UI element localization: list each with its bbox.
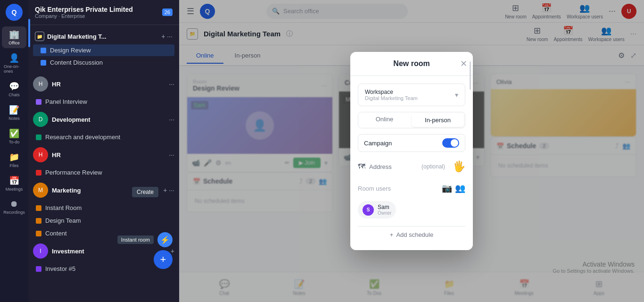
channel-dot <box>36 170 41 176</box>
more-workspace-icon[interactable]: ··· <box>167 33 173 40</box>
group-more-icon[interactable]: ··· <box>169 116 174 123</box>
channel-dot <box>41 48 46 53</box>
channel-content-discussion[interactable]: Content Discussion <box>33 57 174 68</box>
instant-room-tooltip: Instant room <box>117 235 154 244</box>
main-content: ☰ Q 🔍 Search office ⊞ New room 📅 Appoint… <box>179 0 644 302</box>
channel-research-dev[interactable]: Research and development <box>28 131 179 143</box>
add-users-icon[interactable]: 👥 <box>455 183 465 193</box>
instant-room-button[interactable]: ⚡ <box>157 232 173 247</box>
notes-icon: 📝 <box>9 105 19 115</box>
header-icons: 26 <box>162 8 173 16</box>
channel-design-team[interactable]: Design Team <box>28 215 179 226</box>
date-badge: 26 <box>162 8 173 16</box>
add-workspace-icon[interactable]: + <box>161 33 165 40</box>
room-users-row: Room users 📷 👥 <box>358 181 465 195</box>
channel-dot <box>41 60 46 66</box>
app-logo: Q <box>6 4 23 21</box>
nav-office-label: Office <box>8 41 19 45</box>
nav-item-recordings[interactable]: ⏺ Recordings <box>2 196 26 218</box>
nav-item-meetings[interactable]: 📅 Meetings <box>2 173 26 194</box>
online-toggle[interactable]: Online <box>358 112 411 128</box>
add-icon[interactable]: + <box>163 186 167 194</box>
channel-instant-room[interactable]: Instant Room <box>28 202 179 214</box>
user-chip-avatar: S <box>363 204 374 216</box>
address-row: 🗺 Address (optional) 🖐 <box>358 158 465 176</box>
group-avatar: I <box>33 243 48 259</box>
channel-name: Design Team <box>45 217 81 224</box>
channel-name: Panel Interview <box>45 98 87 105</box>
channel-sidebar: Qik Enterprises Private Limited Company … <box>28 0 179 302</box>
address-optional: (optional) <box>421 163 445 170</box>
add-schedule-button[interactable]: + Add schedule <box>358 226 465 243</box>
channel-name: Investor #5 <box>45 265 75 272</box>
map-icon: 🗺 <box>358 162 365 171</box>
instant-room-container: Instant room ⚡ <box>117 232 173 247</box>
channel-dot <box>36 231 41 236</box>
campaign-label: Campaign <box>364 140 438 147</box>
workspace-actions: + ··· <box>163 186 174 194</box>
more-icon[interactable]: ··· <box>169 186 174 194</box>
group-development: D Development ··· <box>28 108 179 131</box>
room-users-actions: 📷 👥 <box>442 183 465 193</box>
group-name: HR <box>52 81 165 88</box>
add-schedule-label: Add schedule <box>396 231 433 238</box>
add-room-button[interactable]: + <box>154 250 173 269</box>
channel-panel-interview[interactable]: Panel Interview <box>28 96 179 108</box>
channel-name: Research and development <box>45 134 120 141</box>
group-name: HR <box>52 151 165 159</box>
campaign-row: Campaign <box>358 134 465 152</box>
channel-performance-review[interactable]: Performance Review <box>28 167 179 178</box>
channel-dot <box>36 99 41 105</box>
workspace-header: 📁 Digital Marketing T... + ··· <box>33 29 174 44</box>
campaign-toggle[interactable] <box>442 138 459 148</box>
todo-icon: ✅ <box>9 128 19 139</box>
nav-item-office[interactable]: 🏢 Office <box>2 26 26 48</box>
add-schedule-icon: + <box>390 231 394 238</box>
chats-icon: 💬 <box>9 81 19 92</box>
ws-sel-label: Workspace <box>365 89 418 95</box>
in-person-toggle[interactable]: In-person <box>412 113 464 127</box>
camera-users-icon[interactable]: 📷 <box>442 183 452 193</box>
nav-meetings-label: Meetings <box>6 187 23 192</box>
modal-header: New room ✕ <box>350 52 473 76</box>
sidebar-header: Qik Enterprises Private Limited Company … <box>28 0 179 25</box>
channel-name: Content Discussion <box>50 59 103 66</box>
meetings-icon: 📅 <box>9 176 19 186</box>
floating-actions: Create Instant room ⚡ + <box>117 229 173 269</box>
group-hr-2: H HR ··· <box>28 143 179 166</box>
group-more-icon[interactable]: ··· <box>169 151 174 159</box>
group-more-icon[interactable]: ··· <box>169 80 174 88</box>
room-users-label: Room users <box>358 185 391 192</box>
one-on-one-icon: 👤 <box>9 53 19 63</box>
modal-backdrop[interactable]: New room ✕ Workspace Digital Marketing T… <box>179 0 644 302</box>
nav-item-todo[interactable]: ✅ To-do <box>2 126 26 147</box>
modal-scroll-indicator <box>470 61 471 90</box>
address-label: Address <box>369 163 392 170</box>
recordings-icon: ⏺ <box>10 199 18 209</box>
modal-close-button[interactable]: ✕ <box>460 59 467 69</box>
workspace-actions: + ··· <box>161 33 173 40</box>
nav-item-chats[interactable]: 💬 Chats <box>2 78 26 100</box>
workspace-selector[interactable]: Workspace Digital Marketing Team ▾ <box>358 84 465 106</box>
group-avatar: D <box>33 112 48 127</box>
workspace-title-row: 📁 Digital Marketing T... <box>35 32 107 41</box>
group-avatar: H <box>33 76 48 92</box>
group-avatar: H <box>33 147 48 162</box>
company-info: Qik Enterprises Private Limited Company … <box>35 6 133 19</box>
nav-item-notes[interactable]: 📝 Notes <box>2 102 26 124</box>
office-icon: 🏢 <box>9 29 19 40</box>
nav-chats-label: Chats <box>8 92 20 97</box>
ws-sel-name: Digital Marketing Team <box>365 95 418 101</box>
channel-dot <box>36 218 41 224</box>
channel-name: Content <box>45 230 67 237</box>
channel-name: Design Review <box>50 47 91 54</box>
channel-dot <box>36 205 41 211</box>
nav-item-one-on-one[interactable]: 👤 One-on-ones <box>2 50 26 76</box>
new-room-modal: New room ✕ Workspace Digital Marketing T… <box>350 52 473 250</box>
nav-item-files[interactable]: 📁 Files <box>2 149 26 171</box>
modal-title: New room <box>393 59 429 68</box>
ws-chevron-icon: ▾ <box>455 91 458 99</box>
nav-notes-label: Notes <box>8 116 20 121</box>
channel-design-review[interactable]: Design Review <box>33 44 174 56</box>
channel-name: Performance Review <box>45 169 102 176</box>
